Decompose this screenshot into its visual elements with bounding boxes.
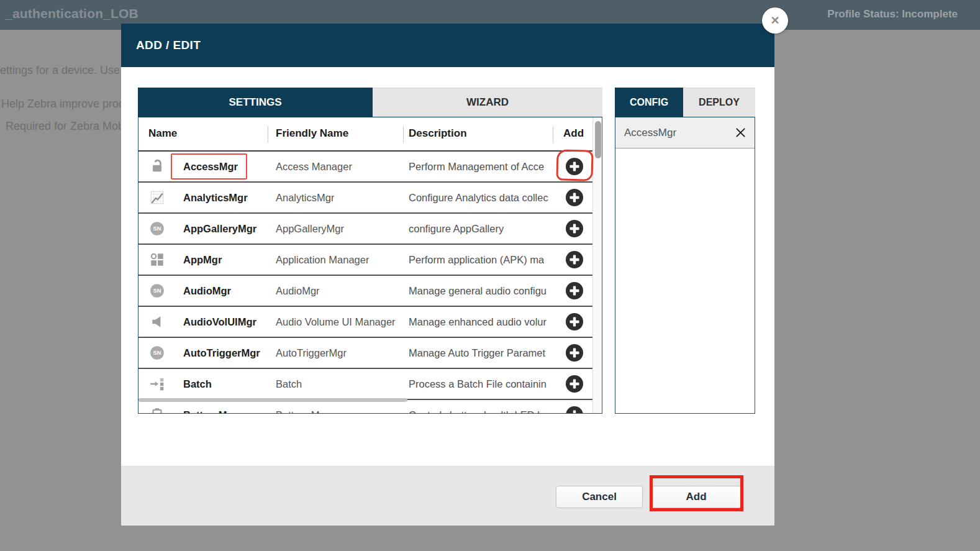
table-row: SNAppGalleryMgrAppGalleryMgrconfigure Ap… bbox=[138, 214, 592, 245]
row-name: AppGalleryMgr bbox=[183, 214, 256, 244]
row-add-plus-button[interactable] bbox=[565, 375, 584, 393]
row-add-plus-button[interactable] bbox=[565, 219, 584, 238]
svg-text:SN: SN bbox=[153, 350, 161, 356]
sn-badge-icon: SN bbox=[149, 345, 165, 361]
table-row: BatteryMgrBattery MgrControls battery he… bbox=[138, 400, 592, 414]
config-list: AccessMgr bbox=[615, 117, 755, 414]
row-friendly: Audio Volume UI Manager bbox=[276, 307, 396, 337]
row-description: configure AppGallery bbox=[409, 214, 504, 244]
row-friendly: AppGalleryMgr bbox=[276, 214, 344, 244]
config-deploy-section: CONFIG DEPLOY AccessMgr bbox=[615, 88, 755, 414]
row-add-plus-button[interactable] bbox=[565, 406, 584, 414]
row-friendly: Access Manager bbox=[276, 152, 352, 181]
app-grid-icon bbox=[149, 252, 165, 268]
config-item-label: AccessMgr bbox=[624, 127, 676, 139]
vertical-scrollbar-track[interactable] bbox=[592, 117, 602, 414]
close-icon: ✕ bbox=[770, 14, 779, 27]
row-name: Batch bbox=[183, 369, 212, 399]
table-row: AnalyticsMgrAnalyticsMgrConfigure Analyt… bbox=[138, 183, 592, 214]
dialog-footer: Cancel Add bbox=[121, 466, 774, 526]
table-row: SNAutoTriggerMgrAutoTriggerMgrManage Aut… bbox=[138, 338, 592, 369]
row-description: Configure Analytics data collec bbox=[409, 183, 548, 212]
row-description: Process a Batch File containin bbox=[409, 369, 547, 399]
row-name: AutoTriggerMgr bbox=[183, 338, 260, 368]
row-name: AnalyticsMgr bbox=[183, 183, 248, 212]
batch-icon bbox=[149, 376, 165, 392]
horizontal-scrollbar-thumb[interactable] bbox=[138, 398, 407, 402]
row-friendly: Application Manager bbox=[276, 245, 369, 275]
dialog-title: ADD / EDIT bbox=[136, 24, 201, 67]
table-row: BatchBatchProcess a Batch File containin bbox=[138, 369, 592, 400]
battery-icon bbox=[149, 407, 165, 414]
svg-text:SN: SN bbox=[153, 288, 161, 294]
row-add-plus-button[interactable] bbox=[565, 281, 584, 300]
add-button[interactable]: Add bbox=[651, 486, 742, 508]
dialog-header: ADD / EDIT bbox=[121, 24, 774, 67]
settings-wizard-tabbar: SETTINGS WIZARD bbox=[138, 88, 602, 117]
column-header-name: Name bbox=[148, 127, 177, 140]
row-description: Manage general audio configu bbox=[409, 276, 547, 306]
lock-open-icon bbox=[149, 158, 165, 175]
settings-table-section: SETTINGS WIZARD Name Friendly Name Descr… bbox=[138, 88, 602, 414]
row-name: AudioVolUIMgr bbox=[183, 307, 256, 337]
row-name: AudioMgr bbox=[183, 276, 231, 306]
row-description: Manage enhanced audio volur bbox=[409, 307, 547, 337]
tab-settings[interactable]: SETTINGS bbox=[138, 88, 373, 117]
profile-status-badge: Profile Status: Incomplete bbox=[827, 8, 958, 20]
table-body: AccessMgrAccess ManagerPerform Managemen… bbox=[138, 152, 602, 414]
column-divider bbox=[268, 126, 268, 143]
row-friendly: Battery Mgr bbox=[276, 400, 329, 414]
vertical-scrollbar-thumb[interactable] bbox=[595, 121, 601, 158]
speaker-icon bbox=[149, 314, 165, 330]
row-name: AppMgr bbox=[183, 245, 222, 275]
row-add-plus-button[interactable] bbox=[565, 312, 584, 331]
table-row: AppMgrApplication ManagerPerform applica… bbox=[138, 245, 592, 276]
table-header-row: Name Friendly Name Description Add bbox=[138, 117, 602, 152]
row-friendly: AnalyticsMgr bbox=[276, 183, 334, 212]
row-friendly: AutoTriggerMgr bbox=[276, 338, 347, 368]
row-name: AccessMgr bbox=[183, 152, 238, 181]
screen: { "topbar": { "title": "_authentication_… bbox=[0, 0, 980, 551]
column-divider bbox=[403, 126, 404, 143]
table-row: SNAudioMgrAudioMgrManage general audio c… bbox=[138, 276, 592, 307]
background-text-line: Help Zebra improve produ bbox=[1, 98, 131, 111]
sn-badge-icon: SN bbox=[149, 283, 165, 299]
row-description: Perform Management of Acce bbox=[409, 152, 544, 181]
column-header-friendly-name: Friendly Name bbox=[276, 127, 348, 140]
row-friendly: Batch bbox=[276, 369, 302, 399]
config-list-item: AccessMgr bbox=[615, 117, 755, 148]
table-row: AudioVolUIMgrAudio Volume UI ManagerMana… bbox=[138, 307, 592, 338]
row-description: Controls battery health LED be bbox=[409, 400, 549, 414]
background-text-line: Required for Zebra Mobi bbox=[6, 120, 127, 133]
settings-table: Name Friendly Name Description Add Acces… bbox=[138, 117, 602, 414]
column-divider bbox=[553, 126, 553, 143]
row-add-plus-button[interactable] bbox=[565, 344, 584, 362]
row-friendly: AudioMgr bbox=[276, 276, 320, 306]
row-add-plus-button[interactable] bbox=[565, 188, 584, 207]
column-header-add: Add bbox=[563, 127, 584, 140]
table-row: AccessMgrAccess ManagerPerform Managemen… bbox=[138, 152, 592, 183]
svg-text:SN: SN bbox=[153, 225, 161, 232]
page-title: _authentication_LOB bbox=[5, 6, 138, 21]
column-header-description: Description bbox=[409, 127, 467, 140]
tab-wizard[interactable]: WIZARD bbox=[373, 88, 602, 117]
row-name: BatteryMgr bbox=[183, 400, 237, 414]
tab-deploy[interactable]: DEPLOY bbox=[683, 88, 755, 117]
sn-badge-icon: SN bbox=[149, 221, 165, 237]
row-description: Manage Auto Trigger Paramet bbox=[409, 338, 545, 368]
dialog-close-button[interactable]: ✕ bbox=[762, 7, 788, 34]
background-text-line: ettings for a device. Use t bbox=[0, 64, 126, 77]
remove-item-x-icon[interactable] bbox=[734, 127, 746, 139]
add-edit-dialog: ADD / EDIT SETTINGS WIZARD Name Friendly… bbox=[121, 24, 774, 526]
row-description: Perform application (APK) ma bbox=[409, 245, 544, 275]
tab-config[interactable]: CONFIG bbox=[615, 88, 683, 117]
row-add-plus-button[interactable] bbox=[565, 250, 584, 269]
row-add-plus-button[interactable] bbox=[565, 157, 584, 176]
cancel-button[interactable]: Cancel bbox=[556, 486, 643, 508]
config-deploy-tabbar: CONFIG DEPLOY bbox=[615, 88, 755, 117]
analytics-chart-icon bbox=[149, 189, 165, 206]
